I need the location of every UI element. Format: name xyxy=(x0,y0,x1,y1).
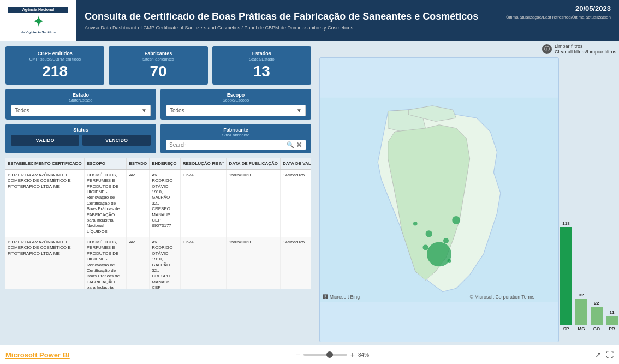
bar-rect xyxy=(591,307,603,325)
chevron-down-icon-2: ▼ xyxy=(296,108,302,114)
bar-label: GO xyxy=(593,326,600,331)
estado-escopo-row: Estado State/Estado Todos ▼ Escopo Scope… xyxy=(5,89,311,120)
estado-sublabel: State/Estado xyxy=(11,98,151,103)
anvisa-logo: Agência Nacional ✦ de Vigilância Sanitár… xyxy=(8,5,68,35)
left-panel: CBPF emitidos GMP issued/CBPM emitidos 2… xyxy=(0,41,317,345)
bar-label: SP xyxy=(563,326,569,331)
search-icon[interactable]: 🔍 xyxy=(287,141,294,148)
col-estabelecimento: ESTABELECIMENTO CERTIFICADO xyxy=(5,158,84,170)
vencido-button[interactable]: VENCIDO xyxy=(82,135,151,146)
svg-point-8 xyxy=(413,222,417,225)
footer: Microsoft Power BI − + 84% ↗ ⛶ xyxy=(0,345,619,364)
bar-rect xyxy=(560,227,572,325)
estados-sublabel: States/Estado xyxy=(219,57,305,62)
zoom-slider[interactable] xyxy=(303,354,347,356)
bar-item: 11 PR xyxy=(606,310,618,331)
status-label: Status xyxy=(11,127,151,133)
data-table-container: ESTABELECIMENTO CERTIFICADO ESCOPO ESTAD… xyxy=(5,158,311,339)
bar-chart: 118 SP 32 MG 22 GO 11 PR xyxy=(562,222,616,331)
col-escopo: ESCOPO xyxy=(84,158,127,170)
cell-estabelecimento: BIOZER DA AMAZÔNIA IND. E COMERCIO DE CO… xyxy=(5,237,84,289)
cell-estado: AM xyxy=(127,237,150,289)
clear-filters-text[interactable]: Limpar filtros Clear all filters/Limpiar… xyxy=(555,44,616,55)
page-title: Consulta de Certificado de Boas Práticas… xyxy=(85,10,490,23)
fabricantes-card: Fabricantes Sites/Fabricantes 70 xyxy=(109,46,207,85)
bar-value: 11 xyxy=(610,310,615,315)
svg-point-6 xyxy=(423,244,428,250)
zoom-minus-button[interactable]: − xyxy=(296,350,300,359)
cell-pub-date: 15/05/2023 xyxy=(227,237,281,289)
cell-pub-date: 15/05/2023 xyxy=(227,170,281,237)
date-value: 20/05/2023 xyxy=(506,4,611,13)
header-date: 20/05/2023 Última atualização/Last refre… xyxy=(498,0,619,41)
right-panel: ⓘ Limpar filtros Clear all filters/Limpi… xyxy=(317,41,619,345)
cell-estabelecimento: BIOZER DA AMAZÔNIA IND. E COMERCIO DE CO… xyxy=(5,170,84,237)
status-filter: Status VÁLIDO VENCIDO xyxy=(5,124,156,153)
cell-resolucao: 1.674 xyxy=(180,237,227,289)
estado-select-value: Todos xyxy=(15,108,29,114)
header-title-section: Consulta de Certificado de Boas Práticas… xyxy=(76,0,498,41)
estados-value: 13 xyxy=(219,63,305,80)
chevron-down-icon: ▼ xyxy=(141,108,147,114)
fullscreen-icon[interactable]: ⛶ xyxy=(606,350,614,359)
fabricante-label: Fabricante xyxy=(166,127,306,133)
escopo-label: Escopo xyxy=(166,92,306,98)
fabricante-search-box: 🔍 🗙 xyxy=(166,140,306,150)
page-subtitle: Anvisa Data Dashboard of GMP Certificate… xyxy=(85,25,490,31)
valido-button[interactable]: VÁLIDO xyxy=(11,135,79,146)
bar-rect xyxy=(606,316,618,325)
col-resolucao: RESOLUÇÃO-RE Nº xyxy=(180,158,227,170)
cell-endereco: AV. RODRIGO OTÁVIO, 1910, GALPÃO 32., CR… xyxy=(150,237,180,289)
col-pub-date: DATA DE PUBLICAÇÃO xyxy=(227,158,281,170)
cbpf-sublabel: GMP issued/CBPM emitidos xyxy=(12,57,98,62)
clear-icon[interactable]: 🗙 xyxy=(296,141,302,148)
zoom-handle[interactable] xyxy=(326,351,333,358)
table-body: BIOZER DA AMAZÔNIA IND. E COMERCIO DE CO… xyxy=(5,170,311,289)
estado-select[interactable]: Todos ▼ xyxy=(11,105,151,116)
cell-escopo: COSMÉTICOS, PERFUMES E PRODUTOS DE HIGIE… xyxy=(84,170,127,237)
estados-card: Estados States/Estado 13 xyxy=(212,46,311,85)
fabricante-sublabel: Site/Fabricante xyxy=(166,133,306,138)
cell-estado: AM xyxy=(127,170,150,237)
fabricante-filter: Fabricante Site/Fabricante 🔍 🗙 xyxy=(160,124,311,153)
data-table: ESTABELECIMENTO CERTIFICADO ESCOPO ESTAD… xyxy=(5,158,311,289)
bar-chart-container: 118 SP 32 MG 22 GO 11 PR xyxy=(562,57,616,342)
svg-text:🅱 Microsoft Bing: 🅱 Microsoft Bing xyxy=(323,294,360,300)
share-icon[interactable]: ↗ xyxy=(595,350,602,359)
cbpf-value: 218 xyxy=(12,63,98,80)
search-input[interactable] xyxy=(169,142,287,148)
logo-container: Agência Nacional ✦ de Vigilância Sanitár… xyxy=(0,0,76,41)
zoom-controls: − + 84% xyxy=(296,350,369,359)
main-content: CBPF emitidos GMP issued/CBPM emitidos 2… xyxy=(0,41,619,345)
bar-label: PR xyxy=(609,326,615,331)
svg-point-7 xyxy=(447,259,451,263)
logo-bottom-text: de Vigilância Sanitária xyxy=(21,31,56,34)
fabricantes-value: 70 xyxy=(115,63,201,80)
powerbi-brand[interactable]: Microsoft Power BI xyxy=(5,351,70,359)
svg-point-3 xyxy=(452,216,460,224)
table-row: BIOZER DA AMAZÔNIA IND. E COMERCIO DE CO… xyxy=(5,170,311,237)
stats-row: CBPF emitidos GMP issued/CBPM emitidos 2… xyxy=(5,46,311,85)
zoom-plus-button[interactable]: + xyxy=(350,350,355,359)
cbpf-card: CBPF emitidos GMP issued/CBPM emitidos 2… xyxy=(5,46,104,85)
info-icon[interactable]: ⓘ xyxy=(542,44,552,54)
last-refresh-label: Última atualização/Last refreshed/Última… xyxy=(506,15,611,20)
zoom-value-label: 84% xyxy=(358,352,369,358)
escopo-filter: Escopo Scope/Escopo Todos ▼ xyxy=(160,89,311,120)
bar-value: 32 xyxy=(579,293,584,297)
cell-endereco: AV. RODRIGO OTÁVIO, 1910, GALPÃO 32., CR… xyxy=(150,170,180,237)
status-buttons: VÁLIDO VENCIDO xyxy=(11,135,151,146)
table-scroll[interactable]: ESTABELECIMENTO CERTIFICADO ESCOPO ESTAD… xyxy=(5,158,311,289)
escopo-select[interactable]: Todos ▼ xyxy=(166,105,306,116)
svg-point-5 xyxy=(443,238,449,243)
map-container: BRASIL 🅱 Microsoft Bing © Micros xyxy=(319,57,559,342)
table-header: ESTABELECIMENTO CERTIFICADO ESCOPO ESTAD… xyxy=(5,158,311,170)
estados-label: Estados xyxy=(219,51,305,57)
col-val-date: DATA DE VALIDADE xyxy=(281,158,311,170)
logo-top-text: Agência Nacional xyxy=(8,7,68,13)
header: Agência Nacional ✦ de Vigilância Sanitár… xyxy=(0,0,619,41)
bar-value: 22 xyxy=(594,301,599,306)
fabricantes-sublabel: Sites/Fabricantes xyxy=(115,57,201,62)
table-row: BIOZER DA AMAZÔNIA IND. E COMERCIO DE CO… xyxy=(5,237,311,289)
cell-val-date: 14/05/2025 xyxy=(281,237,311,289)
